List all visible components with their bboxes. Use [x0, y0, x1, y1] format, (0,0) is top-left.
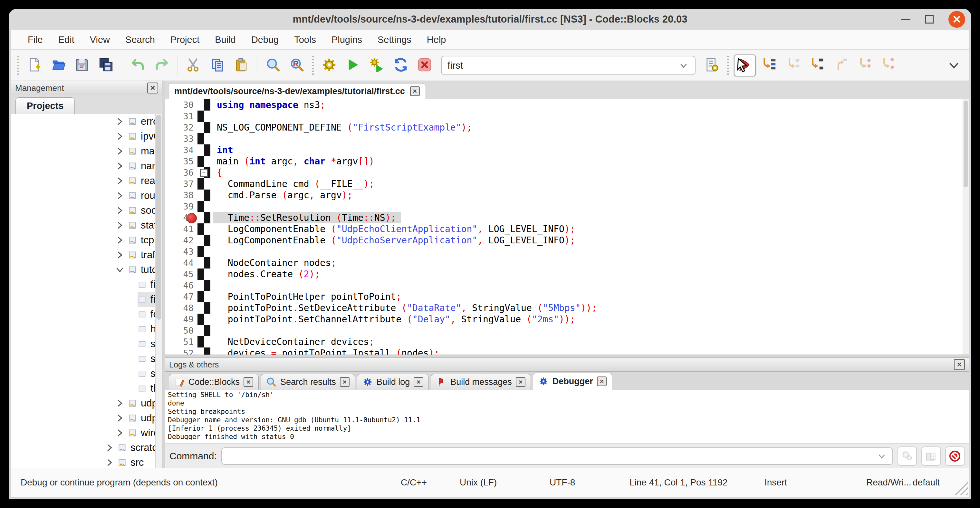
fold-marker-icon[interactable]: −: [200, 169, 208, 177]
code-line-44[interactable]: 44 NodeContainer nodes;: [165, 257, 969, 269]
menu-project[interactable]: Project: [163, 30, 207, 49]
line-number[interactable]: 31: [165, 111, 194, 122]
code-line-37[interactable]: 37 CommandLine cmd (__FILE__);: [165, 178, 969, 190]
code-line-50[interactable]: 50: [165, 325, 969, 336]
cut-button[interactable]: [183, 55, 204, 76]
code-line-36[interactable]: 36{: [165, 167, 969, 178]
line-number[interactable]: 35: [165, 156, 194, 167]
run-button[interactable]: [343, 55, 363, 76]
new-file-button[interactable]: [24, 55, 45, 76]
tree-item-tcp[interactable]: tcp: [11, 233, 162, 248]
tree-item-th[interactable]: th: [11, 381, 162, 396]
tree-item-wire[interactable]: wire: [11, 425, 162, 440]
tree-item-ipv6[interactable]: ipv6: [11, 129, 162, 144]
next-line-button[interactable]: [783, 54, 803, 75]
tree-item-udp[interactable]: udp: [11, 396, 162, 411]
code-line-34[interactable]: 34int: [165, 144, 969, 156]
line-number[interactable]: 34: [165, 144, 194, 156]
code-editor[interactable]: 30using namespace ns3;3132NS_LOG_COMPONE…: [165, 99, 969, 355]
redo-button[interactable]: [151, 55, 172, 76]
code-line-48[interactable]: 48 pointToPoint.SetDeviceAttribute ("Dat…: [165, 303, 969, 314]
code-line-52[interactable]: 52 devices = pointToPoint.Install (nodes…: [165, 347, 969, 355]
editor-tab-close-icon[interactable]: ✕: [410, 86, 420, 96]
toolbar-grip[interactable]: [312, 56, 314, 75]
chevron-right-icon[interactable]: [105, 443, 115, 452]
copy-button[interactable]: [207, 55, 228, 76]
code-line-38[interactable]: 38 cmd.Parse (argc, argv);: [165, 190, 969, 201]
menu-file[interactable]: File: [20, 30, 51, 49]
build-button[interactable]: [319, 55, 340, 76]
chevron-right-icon[interactable]: [115, 235, 125, 245]
chevron-right-icon[interactable]: [115, 220, 125, 230]
line-number[interactable]: 43: [165, 246, 194, 257]
line-number[interactable]: 32: [165, 122, 194, 133]
menu-plugins[interactable]: Plugins: [324, 30, 370, 49]
chevron-right-icon[interactable]: [115, 147, 125, 156]
step-into-instruction-button[interactable]: [878, 54, 899, 75]
line-number[interactable]: 48: [165, 303, 194, 314]
next-instruction-button[interactable]: [854, 54, 875, 75]
toolbar-grip[interactable]: [18, 56, 19, 75]
management-close-icon[interactable]: ✕: [147, 83, 158, 94]
line-number[interactable]: 42: [165, 235, 194, 246]
chevron-right-icon[interactable]: [105, 458, 115, 467]
replace-button[interactable]: R: [287, 55, 307, 76]
command-input[interactable]: [221, 447, 893, 465]
tab-close-icon[interactable]: ✕: [597, 376, 607, 386]
tree-item-reall[interactable]: reall: [11, 174, 162, 188]
chevron-right-icon[interactable]: [115, 205, 125, 215]
line-number[interactable]: 44: [165, 257, 194, 269]
line-number[interactable]: 49: [165, 314, 194, 325]
tree-item-se[interactable]: se: [11, 351, 162, 366]
select-target-button[interactable]: [702, 55, 722, 76]
code-line-45[interactable]: 45 nodes.Create (2);: [165, 269, 969, 280]
editor-tab-first-cc[interactable]: mnt/dev/tools/source/ns-3-dev/examples/t…: [168, 83, 426, 99]
chevron-right-icon[interactable]: [115, 117, 125, 126]
find-button[interactable]: [263, 55, 283, 76]
code-line-46[interactable]: 46: [165, 280, 969, 291]
toolbar-grip[interactable]: [727, 56, 729, 75]
code-line-41[interactable]: 41 LogComponentEnable ("UdpEchoClientApp…: [165, 223, 969, 235]
tab-projects[interactable]: Projects: [16, 97, 75, 114]
log-tab-build-log[interactable]: Build log✕: [357, 374, 429, 390]
tree-item-scratcl[interactable]: scratcl: [11, 440, 162, 455]
log-tab-code-blocks[interactable]: Code::Blocks✕: [169, 374, 259, 390]
line-number[interactable]: 37: [165, 178, 194, 190]
menu-debug[interactable]: Debug: [243, 30, 286, 49]
code-line-51[interactable]: 51 NetDeviceContainer devices;: [165, 336, 969, 347]
line-number[interactable]: 38: [165, 190, 194, 201]
line-number[interactable]: 39: [165, 201, 194, 212]
maximize-button[interactable]: [925, 15, 934, 24]
menu-settings[interactable]: Settings: [370, 30, 419, 49]
logs-close-icon[interactable]: ✕: [954, 359, 965, 370]
code-line-40[interactable]: 40 Time::SetResolution (Time::NS);: [165, 212, 969, 223]
line-number[interactable]: 33: [165, 133, 194, 144]
tree-item-tuto[interactable]: tuto: [11, 263, 162, 277]
tree-item-udp-[interactable]: udp-: [11, 411, 162, 425]
code-line-35[interactable]: 35main (int argc, char *argv[]): [165, 156, 969, 167]
tree-item-fir[interactable]: fir: [11, 292, 162, 307]
tab-close-icon[interactable]: ✕: [516, 377, 525, 387]
tree-item-rout[interactable]: rout: [11, 188, 162, 203]
project-tree[interactable]: erroipv6matnamreallroutsockstattcptraflt…: [11, 114, 162, 468]
vertical-splitter[interactable]: [162, 81, 165, 468]
debug-continue-button[interactable]: [734, 54, 756, 76]
tree-item-se[interactable]: se: [11, 336, 162, 351]
title-bar[interactable]: mnt/dev/tools/source/ns-3-dev/examples/t…: [9, 9, 971, 30]
horizontal-splitter[interactable]: [165, 355, 969, 357]
build-target-combobox[interactable]: first: [441, 56, 695, 75]
abort-button[interactable]: [414, 55, 435, 76]
line-number[interactable]: 51: [165, 336, 194, 347]
tree-item-erro[interactable]: erro: [11, 114, 162, 129]
rebuild-button[interactable]: [390, 55, 411, 76]
tree-item-fif[interactable]: fif: [11, 277, 162, 292]
editor-scrollbar[interactable]: [963, 99, 969, 355]
chevron-right-icon[interactable]: [115, 176, 125, 186]
minimize-button[interactable]: [901, 19, 910, 20]
code-line-39[interactable]: 39: [165, 201, 969, 212]
menu-view[interactable]: View: [82, 30, 118, 49]
close-button[interactable]: ✕: [948, 11, 965, 28]
save-button[interactable]: [72, 55, 92, 76]
log-tab-search-results[interactable]: Search results✕: [261, 374, 355, 390]
code-line-42[interactable]: 42 LogComponentEnable ("UdpEchoServerApp…: [165, 235, 969, 246]
